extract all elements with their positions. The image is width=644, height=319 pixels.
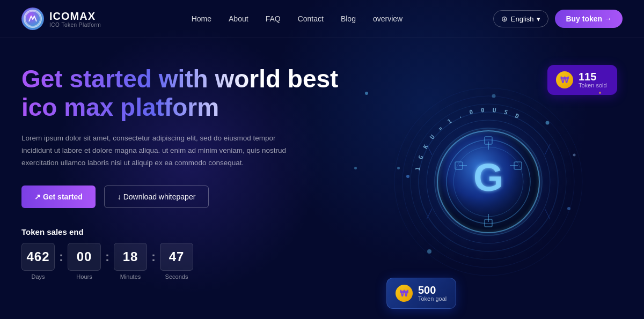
nav-link-overview[interactable]: overview: [373, 14, 402, 23]
hero-description: Lorem ipsum dolor sit amet, consectetur …: [21, 132, 301, 169]
nav-item-blog[interactable]: Blog: [341, 14, 356, 24]
deco-dot-1: [365, 92, 368, 95]
seconds-value: 47: [160, 243, 193, 271]
svg-point-26: [406, 175, 409, 178]
minutes-value: 18: [114, 243, 147, 271]
navbar: ICOMAX ICO Token Platform Home About FAQ…: [0, 0, 644, 38]
nav-link-contact[interactable]: Contact: [298, 14, 324, 23]
token-goal-info: 500 Token goal: [418, 285, 447, 302]
nav-right: ⊕ English ▾ Buy token →: [493, 10, 623, 28]
nav-item-home[interactable]: Home: [192, 14, 211, 24]
separator-2: :: [104, 249, 111, 264]
chevron-down-icon: ▾: [537, 15, 540, 23]
language-button[interactable]: ⊕ English ▾: [493, 10, 549, 27]
hero-section: Get started with world best ico max plat…: [0, 38, 644, 319]
logo-icon: [21, 8, 44, 30]
svg-point-24: [546, 121, 550, 124]
buy-btn-label: Buy token →: [566, 14, 612, 23]
logo-subtitle: ICO Token Platform: [49, 22, 101, 28]
nav-link-blog[interactable]: Blog: [341, 14, 356, 23]
nav-links: Home About FAQ Contact Blog overview: [192, 14, 403, 24]
token-goal-label: Token goal: [418, 295, 447, 302]
download-whitepaper-button[interactable]: ↓ Download whitepaper: [104, 186, 209, 208]
separator-1: :: [58, 249, 64, 264]
logo: ICOMAX ICO Token Platform: [21, 8, 101, 30]
coin-container: G 1 G K U = 1 . 0 0 U S D: [386, 80, 590, 284]
seconds-unit: Seconds: [165, 273, 188, 280]
svg-point-0: [22, 8, 43, 29]
nav-link-faq[interactable]: FAQ: [266, 14, 281, 23]
logo-text: ICOMAX ICO Token Platform: [49, 10, 101, 28]
deco-dot-3: [397, 167, 400, 169]
token-sales-label: Token sales end: [21, 227, 354, 236]
download-label: ↓ Download whitepaper: [118, 192, 196, 201]
hours-value: 00: [68, 243, 101, 271]
countdown: 462 Days : 00 Hours : 18 Minutes : 47 Se…: [21, 243, 354, 280]
nav-link-about[interactable]: About: [229, 14, 248, 23]
hero-left: Get started with world best ico max plat…: [21, 60, 354, 280]
nav-item-contact[interactable]: Contact: [298, 14, 324, 24]
separator-3: :: [150, 249, 157, 264]
lang-label: English: [511, 15, 534, 23]
buy-token-button[interactable]: Buy token →: [555, 10, 623, 28]
days-unit: Days: [31, 273, 45, 280]
countdown-hours: 00 Hours: [68, 243, 101, 280]
countdown-minutes: 18 Minutes: [114, 243, 147, 280]
hero-buttons: ↗ Get started ↓ Download whitepaper: [21, 186, 354, 208]
token-sales: Token sales end 462 Days : 00 Hours : 18…: [21, 227, 354, 280]
get-started-button[interactable]: ↗ Get started: [21, 186, 96, 208]
hero-right: ₩ 115 Token sold: [354, 60, 623, 319]
hours-unit: Hours: [76, 273, 92, 280]
nav-item-faq[interactable]: FAQ: [266, 14, 281, 24]
get-started-label: ↗ Get started: [34, 192, 83, 201]
token-goal-icon: ₩: [396, 285, 413, 302]
minutes-unit: Minutes: [120, 273, 141, 280]
svg-point-28: [492, 94, 496, 98]
logo-name: ICOMAX: [49, 10, 101, 22]
globe-icon: ⊕: [501, 14, 508, 23]
nav-item-overview[interactable]: overview: [373, 14, 402, 24]
countdown-days: 462 Days: [21, 243, 55, 280]
days-value: 462: [21, 243, 55, 271]
nav-item-about[interactable]: About: [229, 14, 248, 24]
svg-text:G: G: [473, 156, 503, 199]
countdown-seconds: 47 Seconds: [160, 243, 193, 280]
logo-svg: [21, 8, 44, 30]
svg-point-27: [567, 207, 570, 210]
token-goal-badge: ₩ 500 Token goal: [386, 278, 456, 309]
svg-point-1: [25, 11, 40, 26]
deco-dot-4: [599, 92, 601, 94]
hero-title: Get started with world best ico max plat…: [21, 65, 354, 122]
token-goal-number: 500: [418, 285, 447, 295]
nav-link-home[interactable]: Home: [192, 14, 211, 23]
svg-point-25: [427, 249, 431, 254]
coin-svg: G 1 G K U = 1 . 0 0 U S D: [386, 80, 590, 284]
svg-point-29: [573, 153, 576, 156]
deco-dot-2: [354, 167, 357, 169]
